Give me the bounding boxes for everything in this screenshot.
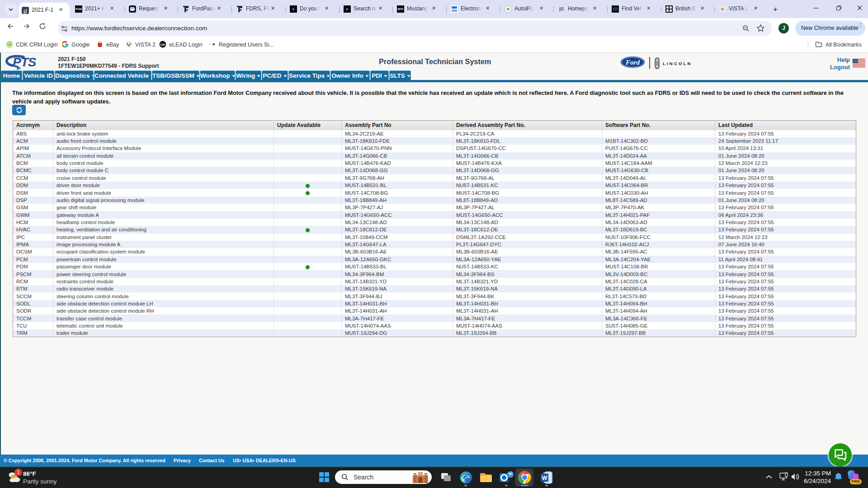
svg-text:Ford: Ford — [625, 59, 640, 66]
svg-text:CDK: CDK — [160, 43, 165, 46]
svg-text:W: W — [542, 474, 547, 481]
